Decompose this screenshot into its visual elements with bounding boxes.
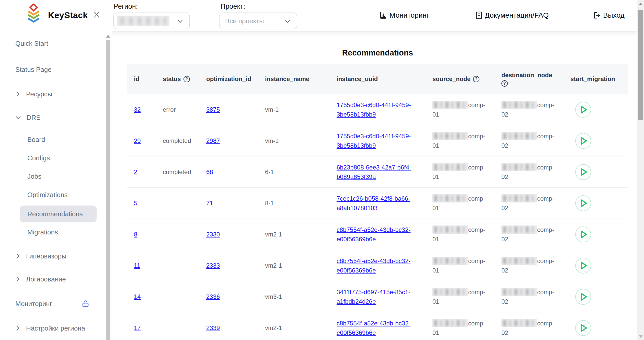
cell-optimization-id: 2987 bbox=[199, 137, 258, 144]
start-migration-button[interactable] bbox=[575, 226, 591, 242]
start-migration-button[interactable] bbox=[575, 258, 591, 274]
play-icon bbox=[576, 133, 591, 149]
sidebar-item-recommendations[interactable]: Recommendations bbox=[20, 206, 97, 222]
play-icon bbox=[576, 227, 591, 242]
optimization-id-link[interactable]: 2333 bbox=[206, 262, 220, 269]
scroll-up-icon[interactable] bbox=[106, 35, 110, 38]
column-label: id bbox=[134, 75, 139, 83]
help-icon[interactable]: ? bbox=[183, 76, 190, 82]
cell-destination-node: comp-02 bbox=[494, 100, 564, 119]
source-node-value: comp-01 bbox=[432, 225, 489, 244]
cell-id: 11 bbox=[127, 262, 156, 269]
sidebar-item-optimizations[interactable]: Optimizations bbox=[20, 190, 97, 200]
id-link[interactable]: 14 bbox=[134, 293, 141, 300]
sidebar-item-status-page[interactable]: Status Page bbox=[15, 64, 105, 75]
censored-node-name bbox=[432, 101, 468, 109]
help-icon[interactable]: ? bbox=[501, 80, 508, 87]
start-migration-button[interactable] bbox=[575, 102, 591, 118]
censored-node-name bbox=[501, 194, 537, 202]
table-row: 172339vm2-1c8b7554f-a52e-43db-bc32-e00f5… bbox=[127, 312, 628, 340]
instance-uuid-link[interactable]: 1755d0e3-c6d0-441f-9459-3be58b13fbb9 bbox=[337, 100, 414, 119]
start-migration-button[interactable] bbox=[575, 195, 591, 211]
id-link[interactable]: 2 bbox=[134, 168, 137, 175]
optimization-id-link[interactable]: 68 bbox=[206, 168, 213, 175]
nav-logout[interactable]: Выход bbox=[593, 10, 625, 21]
sidebar-close-button[interactable] bbox=[91, 9, 102, 20]
sidebar-item-configs[interactable]: Configs bbox=[20, 153, 97, 163]
start-migration-button[interactable] bbox=[575, 164, 591, 180]
lock-icon bbox=[82, 300, 89, 308]
sidebar-item-migrations[interactable]: Migrations bbox=[20, 227, 97, 237]
cell-optimization-id: 2336 bbox=[199, 293, 258, 300]
main-scrollbar[interactable] bbox=[637, 0, 644, 340]
instance-uuid-link[interactable]: 3411f775-d697-415e-85c1-a1fbdb24d26e bbox=[337, 287, 414, 306]
nav-documentation-label: Документация/FAQ bbox=[485, 11, 549, 19]
censored-node-name bbox=[432, 132, 468, 140]
sidebar-item-настройки-региона[interactable]: Настройки региона bbox=[15, 323, 105, 333]
optimization-id-link[interactable]: 2339 bbox=[206, 324, 220, 331]
source-node-value: comp-01 bbox=[432, 131, 489, 150]
region-select[interactable] bbox=[113, 13, 190, 29]
project-label: Проект: bbox=[221, 3, 245, 10]
instance-uuid-link[interactable]: 6b23b808-6ee3-42a7-b6f4-b089a853f39a bbox=[337, 163, 414, 182]
help-icon[interactable]: ? bbox=[473, 76, 479, 82]
start-migration-button[interactable] bbox=[575, 289, 591, 305]
censored-node-name bbox=[501, 225, 537, 234]
id-link[interactable]: 32 bbox=[134, 106, 141, 113]
optimization-id-link[interactable]: 3875 bbox=[206, 106, 220, 113]
cell-start-migration bbox=[564, 289, 628, 305]
sidebar-item-логирование[interactable]: Логирование bbox=[15, 274, 105, 284]
sidebar-scrollbar[interactable] bbox=[105, 33, 111, 340]
start-migration-button[interactable] bbox=[575, 320, 591, 336]
instance-uuid-link[interactable]: c8b7554f-a52e-43db-bc32-e00f56369b6e bbox=[337, 256, 414, 275]
cell-source-node: comp-01 bbox=[425, 131, 494, 150]
sidebar-item-board[interactable]: Board bbox=[20, 134, 97, 145]
id-link[interactable]: 17 bbox=[134, 324, 141, 331]
instance-uuid-link[interactable]: 7cec1c26-b058-42f8-ba66-a8ab10780103 bbox=[337, 194, 414, 213]
censored-node-name bbox=[432, 319, 468, 327]
cell-source-node: comp-01 bbox=[425, 225, 494, 244]
play-icon bbox=[576, 289, 591, 304]
optimization-id-link[interactable]: 2987 bbox=[206, 137, 220, 144]
column-label: destination_node bbox=[501, 72, 552, 79]
sidebar-item-jobs[interactable]: Jobs bbox=[20, 171, 97, 182]
sidebar-item-drs[interactable]: DRS bbox=[15, 112, 105, 123]
main-scrollbar-thumb[interactable] bbox=[638, 10, 643, 120]
optimization-id-link[interactable]: 2336 bbox=[206, 293, 220, 300]
project-select[interactable]: Все проекты bbox=[219, 13, 297, 29]
sidebar-scrollbar-thumb[interactable] bbox=[106, 40, 110, 340]
instance-uuid-link[interactable]: 1755d0e3-c6d0-441f-9459-3be58b13fbb9 bbox=[337, 131, 414, 150]
id-link[interactable]: 8 bbox=[134, 231, 137, 238]
sidebar-item-гипервизоры[interactable]: Гипервизоры bbox=[15, 251, 105, 261]
censored-node-name bbox=[501, 101, 537, 109]
sidebar-item-label: Board bbox=[27, 136, 45, 144]
nav-documentation[interactable]: Документация/FAQ bbox=[475, 10, 549, 21]
optimization-id-link[interactable]: 2330 bbox=[206, 231, 220, 238]
table-row: 5718-17cec1c26-b058-42f8-ba66-a8ab107801… bbox=[127, 188, 628, 219]
nav-monitoring-label: Мониторинг bbox=[389, 11, 429, 19]
nav-monitoring[interactable]: Мониторинг bbox=[379, 10, 429, 21]
nav-logout-label: Выход bbox=[603, 11, 625, 19]
id-link[interactable]: 5 bbox=[134, 200, 137, 207]
cell-optimization-id: 2333 bbox=[199, 262, 258, 269]
optimization-id-link[interactable]: 71 bbox=[206, 200, 213, 207]
cell-id: 5 bbox=[127, 200, 156, 207]
sidebar-item-мониторинг[interactable]: Мониторинг bbox=[15, 299, 89, 309]
cell-start-migration bbox=[564, 195, 628, 211]
instance-uuid-link[interactable]: c8b7554f-a52e-43db-bc32-e00f56369b6e bbox=[337, 225, 414, 244]
keystack-logo-icon bbox=[26, 4, 42, 23]
table-row: 2completed686-16b23b808-6ee3-42a7-b6f4-b… bbox=[127, 156, 628, 188]
sidebar-item-quick-start[interactable]: Quick Start bbox=[15, 38, 105, 49]
play-icon bbox=[576, 258, 591, 273]
sidebar-item-ресурсы[interactable]: Ресурсы bbox=[15, 89, 105, 99]
start-migration-button[interactable] bbox=[575, 133, 591, 149]
instance-uuid-link[interactable]: c8b7554f-a52e-43db-bc32-e00f56369b6e bbox=[337, 319, 414, 337]
id-link[interactable]: 29 bbox=[134, 137, 141, 144]
scroll-down-icon[interactable] bbox=[639, 335, 643, 338]
id-link[interactable]: 11 bbox=[134, 262, 140, 269]
brand-title: KeyStack bbox=[48, 10, 88, 20]
topbar: Регион: Проект: Все проекты Мониторинг Д… bbox=[112, 0, 637, 31]
source-node-value: comp-01 bbox=[432, 163, 489, 182]
scroll-up-icon[interactable] bbox=[639, 3, 643, 5]
cell-source-node: comp-01 bbox=[425, 319, 494, 337]
